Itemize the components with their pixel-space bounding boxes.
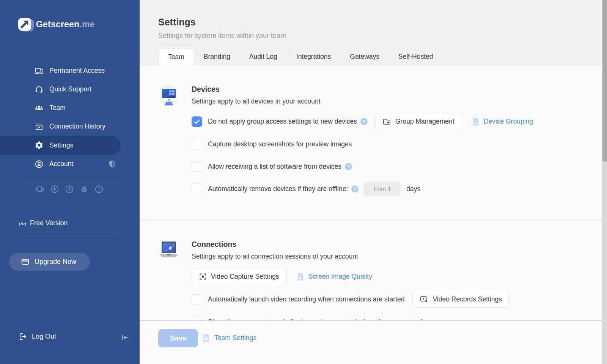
scrollbar-thumb[interactable] [602,0,607,162]
sidebar: Getscreen.me Permanent Access [0,0,140,364]
help-badge-icon[interactable]: ? [345,163,352,170]
history-play-icon [35,122,44,131]
plan-label: Free Version [30,219,68,227]
main-content: Settings Settings for system items withi… [140,0,607,364]
setting-label: Do not apply group access settings to ne… [208,118,357,126]
sidebar-item-label: Connection History [49,122,105,130]
vertical-scrollbar[interactable] [602,0,607,364]
link-label: Device Grouping [484,118,533,126]
screen-image-quality-link[interactable]: Screen Image Quality [297,273,372,281]
document-icon [203,333,210,342]
sidebar-item-quick-support[interactable]: Quick Support [0,80,140,99]
page-subtitle: Settings for system items within your te… [158,32,286,40]
logout-icon [19,332,27,341]
sidebar-item-connection-history[interactable]: Connection History [0,117,140,136]
gauge-icon [19,219,27,227]
setting-row: Automatically remove devices if they are… [192,180,607,197]
shield-icon [108,160,117,169]
setting-label: Automatically remove devices if they are… [208,185,348,193]
sidebar-item-settings[interactable]: Settings [0,136,121,155]
logout-label: Log Out [32,333,56,340]
tab-team[interactable]: Team [158,48,194,65]
user-circle-icon [35,160,44,169]
sidebar-divider [18,232,121,232]
laptop-phone-icon [35,66,44,75]
video-records-settings-button[interactable]: Video Records Settings [412,291,510,308]
connections-actions-row: Video Capture Settings Screen Image Qual… [192,268,607,285]
button-label: Video Capture Settings [211,273,279,281]
sidebar-item-label: Settings [49,141,73,149]
capture-frame-icon [199,273,206,280]
sidebar-item-label: Quick Support [49,85,91,93]
group-management-button[interactable]: Group Management [375,113,462,130]
help-badge-icon[interactable]: ? [351,185,359,193]
team-settings-link[interactable]: Team Settings [203,333,256,342]
getscreen-logo-icon [18,18,31,31]
offline-days-input[interactable] [364,182,401,196]
check-icon [193,118,201,126]
bug-icon[interactable] [80,185,89,194]
sidebar-item-account[interactable]: Account [0,155,140,173]
software-list-checkbox[interactable] [192,161,202,172]
tab-integrations[interactable]: Integrations [287,48,340,65]
setting-label: Allow receiving a list of software from … [208,163,341,171]
sidebar-utility-icons: ? [35,185,104,194]
link-label: Team Settings [214,334,256,342]
auto-remove-checkbox[interactable] [192,184,202,194]
download-icon[interactable] [50,185,59,194]
help-icon[interactable]: ? [65,185,74,194]
sidebar-nav: Permanent Access Quick Support [0,61,140,173]
upgrade-now-button[interactable]: Upgrade Now [9,253,90,271]
devices-subtitle: Settings apply to all devices in your ac… [192,97,607,105]
link-label: Screen Image Quality [308,273,372,281]
screenshots-checkbox[interactable] [192,139,202,149]
device-grouping-link[interactable]: Device Grouping [473,118,533,126]
plan-indicator[interactable]: Free Version [19,219,68,227]
sidebar-divider [18,178,121,178]
video-capture-settings-button[interactable]: Video Capture Settings [192,268,287,285]
info-icon[interactable] [94,185,104,194]
tab-self-hosted[interactable]: Self-Hosted [389,48,442,65]
connections-subtitle: Settings apply to all connection session… [192,253,607,260]
sidebar-item-permanent-access[interactable]: Permanent Access [0,61,140,80]
connections-section: Connections Settings apply to all connec… [140,220,607,336]
days-suffix-label: days [406,185,420,193]
setting-row: Capture desktop screenshots for preview … [192,136,607,152]
svg-text:?: ? [68,187,71,192]
help-badge-icon[interactable]: ? [360,118,368,125]
gear-icon [35,141,44,150]
tab-audit-log[interactable]: Audit Log [240,48,287,65]
collapse-sidebar-icon[interactable] [121,333,129,342]
sidebar-item-team[interactable]: Team [0,99,140,117]
button-label: Video Records Settings [433,295,502,303]
brand-logo[interactable]: Getscreen.me [18,18,95,31]
button-label: Group Management [395,118,454,126]
logout-button[interactable]: Log Out [19,332,56,341]
action-footer: Save Team Settings [140,320,607,364]
setting-row: Allow receiving a list of software from … [192,158,607,175]
page-header: Settings Settings for system items withi… [140,0,607,65]
setting-row: Automatically launch video recording whe… [192,291,607,308]
headset-icon [35,85,44,94]
sidebar-item-label: Permanent Access [49,67,105,75]
setting-row: Do not apply group access settings to ne… [192,113,607,130]
group-access-checkbox[interactable] [192,116,202,127]
credit-card-icon [21,257,30,266]
people-icon [35,104,44,113]
document-icon [473,118,480,126]
document-icon [297,273,304,281]
sidebar-item-label: Team [49,104,66,112]
video-gear-icon [420,296,428,303]
save-button[interactable]: Save [158,329,198,347]
setting-label: Capture desktop screenshots for preview … [208,140,352,148]
tab-branding[interactable]: Branding [194,48,240,65]
tab-bar: Team Branding Audit Log Integrations Gat… [158,48,443,65]
devices-monitor-icon [158,77,192,203]
getscreen-app: Getscreen.me Permanent Access [0,0,607,364]
tab-gateways[interactable]: Gateways [340,48,389,65]
tab-content: Devices Settings apply to all devices in… [140,65,607,364]
page-title: Settings [158,17,196,28]
auto-recording-checkbox[interactable] [192,294,202,305]
versions-icon[interactable] [35,185,44,194]
upgrade-label: Upgrade Now [35,258,76,266]
